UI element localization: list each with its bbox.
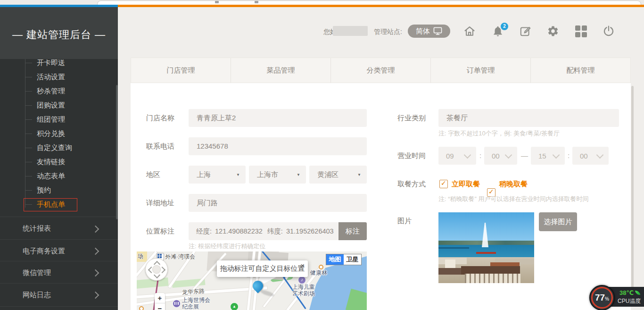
pickup-now-checkbox[interactable]	[439, 180, 448, 188]
sidebar-item-links[interactable]: 友情链接	[37, 157, 107, 167]
content-scrollbar[interactable]	[631, 86, 634, 307]
small-poi-icon	[139, 306, 144, 310]
address-input[interactable]: 局门路	[189, 194, 367, 212]
settings-gear-icon[interactable]	[547, 25, 559, 37]
chevron-down-icon	[553, 151, 560, 159]
store-name-label: 门店名称	[146, 109, 174, 127]
sidebar-header: — 建站管理后台 —	[0, 7, 118, 59]
satellite-view-button[interactable]: 卫星	[344, 254, 361, 265]
tooltip-close-icon[interactable]: ×	[300, 261, 305, 269]
museum-poi-icon	[173, 300, 181, 308]
sidebar-item-custom-query[interactable]: 自定义查询	[37, 143, 107, 152]
sidebar-item-mobile-order[interactable]: 手机点单	[37, 200, 107, 209]
sidebar-item-booking[interactable]: 预约	[37, 185, 107, 195]
open-hour-select[interactable]: 09	[438, 147, 476, 165]
sidebar-section-statistics[interactable]: 统计报表	[0, 217, 118, 240]
mark-location-button[interactable]: 标注	[339, 222, 367, 240]
tree-tick	[25, 162, 32, 162]
map-view-button[interactable]: 地图	[326, 254, 344, 265]
tree-tick	[25, 63, 32, 63]
map-canvas[interactable]: 场 外滩·湾璞会 龙华东路 上海世博会 纪念展 ▲ ♪ 健康林 上海儿童 艺术剧…	[137, 251, 367, 310]
zoom-in-button[interactable]: +	[155, 293, 165, 303]
sidebar-section-wechat[interactable]: 微信管理	[0, 261, 118, 284]
pan-knob[interactable]	[152, 265, 161, 274]
tab-dish-management[interactable]: 菜品管理	[231, 58, 331, 83]
phone-label: 联系电话	[146, 137, 174, 155]
home-icon[interactable]	[463, 25, 476, 37]
choose-image-button[interactable]: 选择图片	[539, 212, 577, 231]
dropdown-arrow-icon: ▼	[297, 173, 300, 177]
screen: — 建站管理后台 — 开卡即送 活动设置 秒杀管理 团购设置 组团管理 积分兑换…	[0, 0, 644, 310]
store-name-input[interactable]: 青青原上草2	[189, 109, 367, 127]
cpu-temperature: 38℃	[619, 289, 634, 296]
pickup-now-label[interactable]: 立即取餐	[452, 179, 480, 189]
longitude-value: 121.490882232	[215, 222, 263, 240]
edit-icon[interactable]	[519, 25, 531, 37]
chevron-right-icon	[92, 248, 99, 255]
tab-bar: 门店管理 菜品管理 分类管理 订单管理 配料管理	[131, 58, 631, 83]
sidebar-item-group[interactable]: 组团管理	[37, 115, 107, 124]
map-label-road: 龙华东路	[182, 287, 205, 295]
notification-badge: 2	[500, 22, 509, 31]
tree-tick	[25, 119, 32, 120]
tree-tick	[25, 148, 32, 148]
content-panel: 门店名称 青青原上草2 联系电话 12345678 地区 上海 ▼ 上海市 ▼ …	[131, 83, 631, 310]
manage-site-label: 管理站点:	[374, 27, 402, 36]
map-pan-control[interactable]	[145, 258, 168, 281]
open-hour-value: 09	[446, 152, 454, 160]
hours-label: 营业时间	[397, 147, 426, 165]
hours-colon: :	[479, 147, 481, 165]
map-label-children-theater: 上海儿童 艺术剧场	[292, 284, 315, 297]
apps-grid-icon[interactable]	[575, 25, 587, 38]
tree-tick	[25, 105, 32, 106]
open-minute-select[interactable]: 00	[484, 147, 517, 165]
sidebar-item-activity[interactable]: 活动设置	[37, 72, 107, 82]
tab-order-management[interactable]: 订单管理	[431, 58, 531, 83]
dropdown-arrow-icon: ▼	[236, 173, 240, 177]
pickup-later-label[interactable]: 稍晚取餐	[499, 179, 528, 189]
power-icon[interactable]	[603, 25, 615, 37]
monitor-icon	[433, 27, 442, 35]
phone-input[interactable]: 12345678	[189, 137, 367, 155]
location-input[interactable]: 经度: 121.490882232 纬度: 31.1952626403	[189, 222, 339, 240]
park-poi-icon: ▲	[230, 302, 239, 310]
close-minute-select[interactable]: 00	[572, 147, 609, 165]
tab-store-management[interactable]: 门店管理	[131, 58, 231, 83]
photo-pier	[438, 247, 469, 249]
tree-tick	[25, 176, 32, 176]
photo-building	[465, 274, 520, 283]
industry-input[interactable]: 茶餐厅	[438, 109, 619, 127]
language-toggle-button[interactable]: 简体	[408, 25, 450, 38]
hours-dash: —	[521, 147, 528, 165]
sidebar-section-logs[interactable]: 网站日志	[0, 283, 118, 307]
latitude-value: 31.1952626403	[286, 222, 334, 240]
province-value: 上海	[197, 170, 211, 179]
sidebar-item-seckill[interactable]: 秒杀管理	[37, 86, 107, 96]
chevron-right-icon	[92, 292, 99, 299]
zoom-out-button[interactable]: −	[155, 303, 165, 310]
city-select[interactable]: 上海市 ▼	[249, 166, 306, 184]
district-select[interactable]: 黄浦区 ▼	[309, 166, 367, 184]
sidebar-section-ecommerce[interactable]: 电子商务设置	[0, 239, 118, 261]
cpu-gauge[interactable]: 77%	[589, 285, 615, 310]
map-label-expo: 上海世博会 纪念展	[182, 297, 210, 310]
sidebar-item-forms[interactable]: 动态表单	[37, 171, 107, 181]
tab-ingredient-management[interactable]: 配料管理	[531, 58, 630, 83]
sidebar-item-groupbuy[interactable]: 团购设置	[37, 101, 107, 110]
dropdown-arrow-icon: ▼	[357, 173, 361, 177]
chevron-right-icon	[92, 269, 99, 277]
sidebar-scrollbar[interactable]	[116, 85, 118, 219]
cpu-percent-unit: %	[605, 296, 609, 302]
tab-category-management[interactable]: 分类管理	[331, 58, 431, 83]
region-label: 地区	[146, 166, 160, 184]
map-type-toggle: 地图 卫星	[326, 254, 362, 265]
sidebar-item-points[interactable]: 积分兑换	[37, 129, 107, 138]
section-label: 网站日志	[23, 284, 51, 306]
pickup-note: 注: “稍晚取餐” 用户可以选择在营业时间内选择取餐时间	[438, 195, 589, 203]
close-hour-select[interactable]: 15	[531, 147, 565, 165]
sidebar-item-card-gift[interactable]: 开卡即送	[37, 58, 107, 67]
map-label-health-forest: 健康林	[310, 269, 327, 276]
store-photo-preview	[438, 212, 534, 283]
image-label: 图片	[397, 216, 412, 226]
province-select[interactable]: 上海 ▼	[189, 166, 246, 184]
